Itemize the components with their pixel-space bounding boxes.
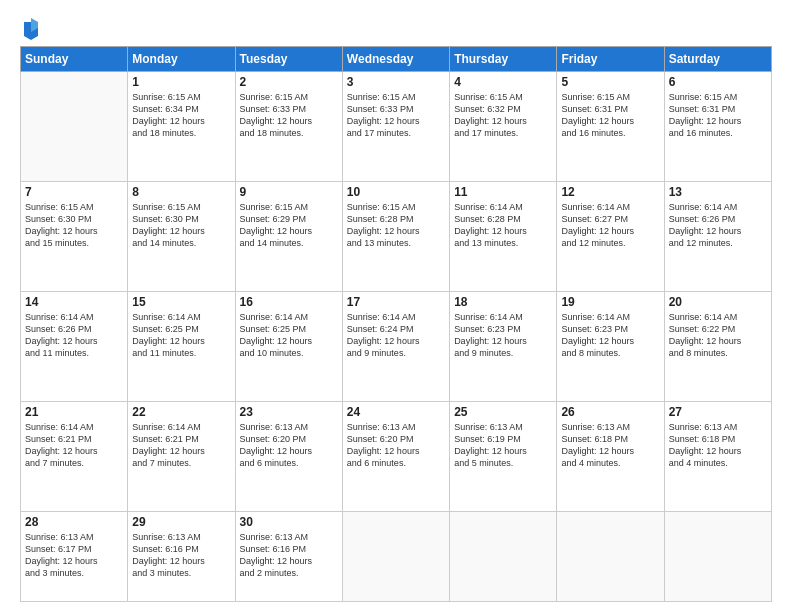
- day-number: 30: [240, 515, 338, 529]
- day-info: Sunrise: 6:14 AMSunset: 6:24 PMDaylight:…: [347, 311, 445, 360]
- weekday-header-friday: Friday: [557, 47, 664, 72]
- calendar-cell: 3Sunrise: 6:15 AMSunset: 6:33 PMDaylight…: [342, 72, 449, 182]
- day-info: Sunrise: 6:14 AMSunset: 6:25 PMDaylight:…: [132, 311, 230, 360]
- day-info: Sunrise: 6:14 AMSunset: 6:28 PMDaylight:…: [454, 201, 552, 250]
- day-number: 20: [669, 295, 767, 309]
- calendar-cell: 4Sunrise: 6:15 AMSunset: 6:32 PMDaylight…: [450, 72, 557, 182]
- calendar-cell: 22Sunrise: 6:14 AMSunset: 6:21 PMDayligh…: [128, 402, 235, 512]
- weekday-header-saturday: Saturday: [664, 47, 771, 72]
- day-info: Sunrise: 6:14 AMSunset: 6:23 PMDaylight:…: [561, 311, 659, 360]
- calendar-cell: 14Sunrise: 6:14 AMSunset: 6:26 PMDayligh…: [21, 292, 128, 402]
- calendar-cell: 28Sunrise: 6:13 AMSunset: 6:17 PMDayligh…: [21, 512, 128, 602]
- calendar-cell: 2Sunrise: 6:15 AMSunset: 6:33 PMDaylight…: [235, 72, 342, 182]
- weekday-header-monday: Monday: [128, 47, 235, 72]
- day-number: 18: [454, 295, 552, 309]
- calendar-cell: 5Sunrise: 6:15 AMSunset: 6:31 PMDaylight…: [557, 72, 664, 182]
- week-row-2: 7Sunrise: 6:15 AMSunset: 6:30 PMDaylight…: [21, 182, 772, 292]
- calendar-table: SundayMondayTuesdayWednesdayThursdayFrid…: [20, 46, 772, 602]
- day-number: 17: [347, 295, 445, 309]
- day-info: Sunrise: 6:13 AMSunset: 6:16 PMDaylight:…: [240, 531, 338, 580]
- calendar-cell: 23Sunrise: 6:13 AMSunset: 6:20 PMDayligh…: [235, 402, 342, 512]
- calendar-cell: 16Sunrise: 6:14 AMSunset: 6:25 PMDayligh…: [235, 292, 342, 402]
- day-number: 7: [25, 185, 123, 199]
- logo: [20, 18, 40, 38]
- week-row-3: 14Sunrise: 6:14 AMSunset: 6:26 PMDayligh…: [21, 292, 772, 402]
- day-number: 26: [561, 405, 659, 419]
- calendar-cell: [557, 512, 664, 602]
- day-info: Sunrise: 6:14 AMSunset: 6:21 PMDaylight:…: [25, 421, 123, 470]
- day-info: Sunrise: 6:13 AMSunset: 6:18 PMDaylight:…: [561, 421, 659, 470]
- day-number: 28: [25, 515, 123, 529]
- page: SundayMondayTuesdayWednesdayThursdayFrid…: [0, 0, 792, 612]
- calendar-cell: 29Sunrise: 6:13 AMSunset: 6:16 PMDayligh…: [128, 512, 235, 602]
- day-number: 13: [669, 185, 767, 199]
- calendar-cell: 13Sunrise: 6:14 AMSunset: 6:26 PMDayligh…: [664, 182, 771, 292]
- day-number: 15: [132, 295, 230, 309]
- calendar-cell: 12Sunrise: 6:14 AMSunset: 6:27 PMDayligh…: [557, 182, 664, 292]
- day-number: 22: [132, 405, 230, 419]
- day-info: Sunrise: 6:13 AMSunset: 6:20 PMDaylight:…: [347, 421, 445, 470]
- day-number: 10: [347, 185, 445, 199]
- calendar-cell: 9Sunrise: 6:15 AMSunset: 6:29 PMDaylight…: [235, 182, 342, 292]
- day-number: 9: [240, 185, 338, 199]
- calendar-cell: 21Sunrise: 6:14 AMSunset: 6:21 PMDayligh…: [21, 402, 128, 512]
- day-info: Sunrise: 6:14 AMSunset: 6:26 PMDaylight:…: [25, 311, 123, 360]
- day-number: 14: [25, 295, 123, 309]
- day-number: 6: [669, 75, 767, 89]
- day-info: Sunrise: 6:15 AMSunset: 6:32 PMDaylight:…: [454, 91, 552, 140]
- day-number: 11: [454, 185, 552, 199]
- week-row-1: 1Sunrise: 6:15 AMSunset: 6:34 PMDaylight…: [21, 72, 772, 182]
- calendar-cell: 11Sunrise: 6:14 AMSunset: 6:28 PMDayligh…: [450, 182, 557, 292]
- day-info: Sunrise: 6:14 AMSunset: 6:23 PMDaylight:…: [454, 311, 552, 360]
- day-info: Sunrise: 6:13 AMSunset: 6:16 PMDaylight:…: [132, 531, 230, 580]
- day-number: 19: [561, 295, 659, 309]
- day-info: Sunrise: 6:15 AMSunset: 6:33 PMDaylight:…: [240, 91, 338, 140]
- calendar-cell: [21, 72, 128, 182]
- day-info: Sunrise: 6:15 AMSunset: 6:30 PMDaylight:…: [25, 201, 123, 250]
- logo-icon: [22, 18, 40, 40]
- calendar-cell: [450, 512, 557, 602]
- calendar-cell: 26Sunrise: 6:13 AMSunset: 6:18 PMDayligh…: [557, 402, 664, 512]
- day-number: 5: [561, 75, 659, 89]
- calendar-cell: 1Sunrise: 6:15 AMSunset: 6:34 PMDaylight…: [128, 72, 235, 182]
- day-number: 25: [454, 405, 552, 419]
- day-number: 27: [669, 405, 767, 419]
- day-number: 4: [454, 75, 552, 89]
- week-row-4: 21Sunrise: 6:14 AMSunset: 6:21 PMDayligh…: [21, 402, 772, 512]
- day-info: Sunrise: 6:15 AMSunset: 6:28 PMDaylight:…: [347, 201, 445, 250]
- day-number: 8: [132, 185, 230, 199]
- day-info: Sunrise: 6:15 AMSunset: 6:33 PMDaylight:…: [347, 91, 445, 140]
- weekday-header-wednesday: Wednesday: [342, 47, 449, 72]
- day-info: Sunrise: 6:14 AMSunset: 6:22 PMDaylight:…: [669, 311, 767, 360]
- day-number: 12: [561, 185, 659, 199]
- day-info: Sunrise: 6:15 AMSunset: 6:30 PMDaylight:…: [132, 201, 230, 250]
- day-info: Sunrise: 6:13 AMSunset: 6:18 PMDaylight:…: [669, 421, 767, 470]
- calendar-cell: 24Sunrise: 6:13 AMSunset: 6:20 PMDayligh…: [342, 402, 449, 512]
- header: [20, 18, 772, 38]
- day-info: Sunrise: 6:14 AMSunset: 6:21 PMDaylight:…: [132, 421, 230, 470]
- day-info: Sunrise: 6:15 AMSunset: 6:29 PMDaylight:…: [240, 201, 338, 250]
- day-number: 21: [25, 405, 123, 419]
- day-info: Sunrise: 6:15 AMSunset: 6:31 PMDaylight:…: [561, 91, 659, 140]
- day-number: 16: [240, 295, 338, 309]
- day-info: Sunrise: 6:14 AMSunset: 6:25 PMDaylight:…: [240, 311, 338, 360]
- day-number: 2: [240, 75, 338, 89]
- calendar-cell: 30Sunrise: 6:13 AMSunset: 6:16 PMDayligh…: [235, 512, 342, 602]
- calendar-cell: 20Sunrise: 6:14 AMSunset: 6:22 PMDayligh…: [664, 292, 771, 402]
- calendar-cell: 27Sunrise: 6:13 AMSunset: 6:18 PMDayligh…: [664, 402, 771, 512]
- weekday-header-sunday: Sunday: [21, 47, 128, 72]
- day-info: Sunrise: 6:14 AMSunset: 6:27 PMDaylight:…: [561, 201, 659, 250]
- weekday-header-thursday: Thursday: [450, 47, 557, 72]
- calendar-cell: 19Sunrise: 6:14 AMSunset: 6:23 PMDayligh…: [557, 292, 664, 402]
- calendar-cell: 18Sunrise: 6:14 AMSunset: 6:23 PMDayligh…: [450, 292, 557, 402]
- day-info: Sunrise: 6:13 AMSunset: 6:17 PMDaylight:…: [25, 531, 123, 580]
- day-info: Sunrise: 6:14 AMSunset: 6:26 PMDaylight:…: [669, 201, 767, 250]
- day-number: 29: [132, 515, 230, 529]
- day-number: 3: [347, 75, 445, 89]
- day-number: 24: [347, 405, 445, 419]
- day-number: 23: [240, 405, 338, 419]
- day-number: 1: [132, 75, 230, 89]
- calendar-cell: 6Sunrise: 6:15 AMSunset: 6:31 PMDaylight…: [664, 72, 771, 182]
- day-info: Sunrise: 6:15 AMSunset: 6:34 PMDaylight:…: [132, 91, 230, 140]
- calendar-cell: [342, 512, 449, 602]
